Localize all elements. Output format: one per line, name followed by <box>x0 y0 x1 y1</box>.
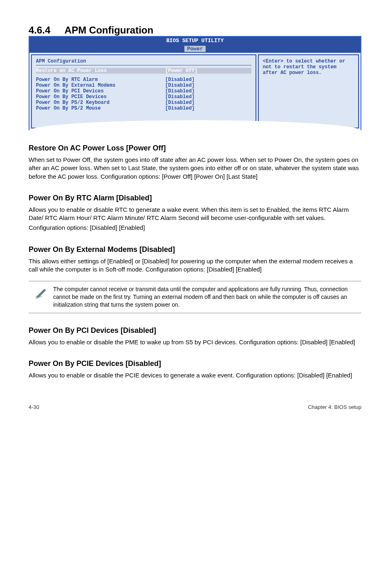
bios-row-value: [Disabled] <box>165 105 251 111</box>
page-number: 4-30 <box>29 404 39 410</box>
paragraph: Allows you to enable or disable RTC to g… <box>29 206 361 222</box>
bios-row: Power On By PS/2 Mouse [Disabled] <box>36 105 251 111</box>
bios-row-label: Restore on AC Power Loss <box>36 68 165 74</box>
section-title: APM Configuration <box>65 25 153 36</box>
bios-header: BIOS SETUP UTILITY <box>29 37 361 45</box>
pencil-icon <box>29 285 53 299</box>
bios-row-value: [Disabled] <box>165 88 251 94</box>
page-footer: 4-30 Chapter 4: BIOS setup <box>29 404 361 410</box>
bios-row: Power On By RTC Alarm [Disabled] <box>36 77 251 83</box>
bios-left-panel: APM Configuration Restore on AC Power Lo… <box>31 54 256 128</box>
subheading-rtc: Power On By RTC Alarm [Disabled] <box>29 194 361 202</box>
bios-row: Power On By PCIE Devices [Disabled] <box>36 94 251 100</box>
bios-row: Power On By External Modems [Disabled] <box>36 83 251 88</box>
bios-help-text: <Enter> to select whether or not to rest… <box>263 58 345 76</box>
note-text: The computer cannot receive or transmit … <box>53 285 361 309</box>
bios-row-label: Power On By PS/2 Keyboard <box>36 100 165 105</box>
subheading-pci: Power On By PCI Devices [Disabled] <box>29 326 361 335</box>
bios-row-label: Power On By PS/2 Mouse <box>36 105 165 111</box>
paragraph: Allows you to enable or disable the PME … <box>29 338 361 346</box>
bios-tab-row: Power <box>29 45 361 53</box>
paragraph: When set to Power Off, the system goes i… <box>29 156 361 181</box>
bios-panel-title: APM Configuration <box>36 58 251 64</box>
bios-row-label: Power On By RTC Alarm <box>36 77 165 83</box>
bios-row-label: Power On By PCIE Devices <box>36 94 165 100</box>
section-heading: 4.6.4 APM Configuration <box>29 25 361 36</box>
paragraph: Allows you to enable or disable the PCIE… <box>29 371 361 379</box>
subheading-pcie: Power On By PCIE Devices [Disabled] <box>29 359 361 368</box>
bios-row-restore: Restore on AC Power Loss [Power Off] <box>36 68 251 74</box>
paragraph: This allows either settings of [Enabled]… <box>29 257 361 274</box>
paragraph: Configuration options: [Disabled] [Enabl… <box>29 224 361 232</box>
bios-row-value: [Disabled] <box>165 100 251 105</box>
bios-tab-power: Power <box>184 46 205 52</box>
note-callout: The computer cannot receive or transmit … <box>29 281 361 313</box>
bios-row-value: [Disabled] <box>165 94 251 100</box>
bios-row-value: [Disabled] <box>165 83 251 88</box>
bios-row-value: [Disabled] <box>165 77 251 83</box>
bios-row-label: Power On By External Modems <box>36 83 165 88</box>
section-number: 4.6.4 <box>29 25 50 36</box>
chapter-label: Chapter 4: BIOS setup <box>308 404 361 410</box>
subheading-ext-modems: Power On By External Modems [Disabled] <box>29 245 361 254</box>
divider <box>36 65 251 65</box>
subheading-restore: Restore On AC Power Loss [Power Off] <box>29 144 361 153</box>
bios-row-label: Power On By PCI Devices <box>36 88 165 94</box>
bios-row-value: [Power Off] <box>165 68 251 74</box>
bios-row: Power On By PCI Devices [Disabled] <box>36 88 251 94</box>
bios-help-panel: <Enter> to select whether or not to rest… <box>258 54 359 128</box>
bios-row: Power On By PS/2 Keyboard [Disabled] <box>36 100 251 105</box>
bios-screenshot: BIOS SETUP UTILITY Power APM Configurati… <box>29 36 361 131</box>
